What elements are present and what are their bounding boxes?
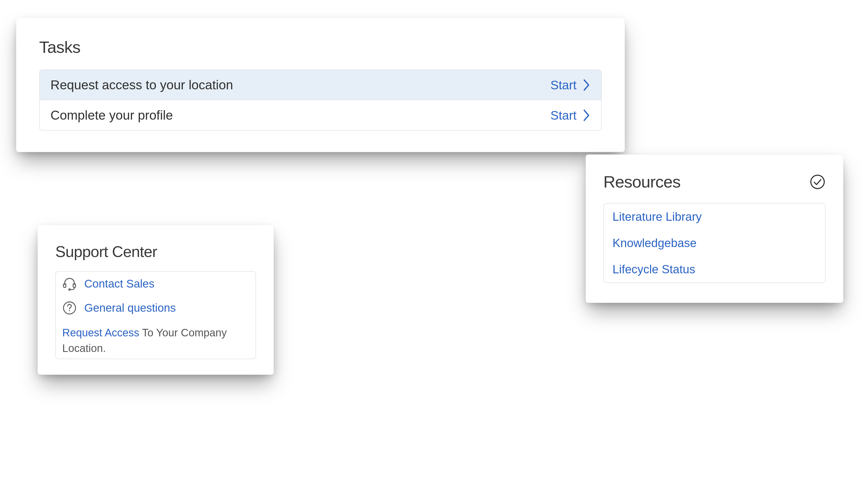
tasks-card: Tasks Request access to your location St… <box>16 18 625 152</box>
task-label: Complete your profile <box>51 108 173 123</box>
resource-link-literature-library[interactable]: Literature Library <box>604 203 825 230</box>
svg-point-5 <box>811 175 824 189</box>
task-row-complete-profile[interactable]: Complete your profile Start <box>40 100 601 130</box>
headset-icon <box>62 277 77 291</box>
tasks-title: Tasks <box>39 37 602 57</box>
support-title: Support Center <box>55 243 256 260</box>
support-list: Contact Sales General questions Request … <box>55 271 256 359</box>
task-start-action[interactable]: Start <box>551 78 590 92</box>
svg-point-4 <box>69 310 70 311</box>
resources-title: Resources <box>603 172 680 191</box>
support-item-general-questions[interactable]: General questions <box>56 296 255 320</box>
support-item-label: General questions <box>84 301 176 314</box>
tasks-list: Request access to your location Start Co… <box>39 69 602 131</box>
support-item-contact-sales[interactable]: Contact Sales <box>56 272 255 296</box>
task-start-label: Start <box>551 108 577 123</box>
task-label: Request access to your location <box>51 77 233 92</box>
question-circle-icon <box>62 301 77 315</box>
support-request-access-note: Request Access To Your Company Location. <box>56 320 255 359</box>
resources-card: Resources Literature Library Knowledgeba… <box>586 155 843 303</box>
request-access-link[interactable]: Request Access <box>62 327 139 339</box>
task-start-action[interactable]: Start <box>551 108 590 123</box>
support-center-card: Support Center Contact Sales <box>38 225 274 375</box>
resource-link-lifecycle-status[interactable]: Lifecycle Status <box>604 256 825 282</box>
resources-list: Literature Library Knowledgebase Lifecyc… <box>603 203 826 283</box>
svg-point-2 <box>69 289 70 290</box>
task-row-request-access[interactable]: Request access to your location Start <box>40 70 601 100</box>
support-item-label: Contact Sales <box>84 277 154 290</box>
resources-header: Resources <box>603 172 826 191</box>
check-circle-icon <box>809 174 826 190</box>
chevron-right-icon <box>583 109 590 122</box>
chevron-right-icon <box>583 78 590 92</box>
task-start-label: Start <box>551 78 577 92</box>
resource-link-knowledgebase[interactable]: Knowledgebase <box>604 230 825 256</box>
